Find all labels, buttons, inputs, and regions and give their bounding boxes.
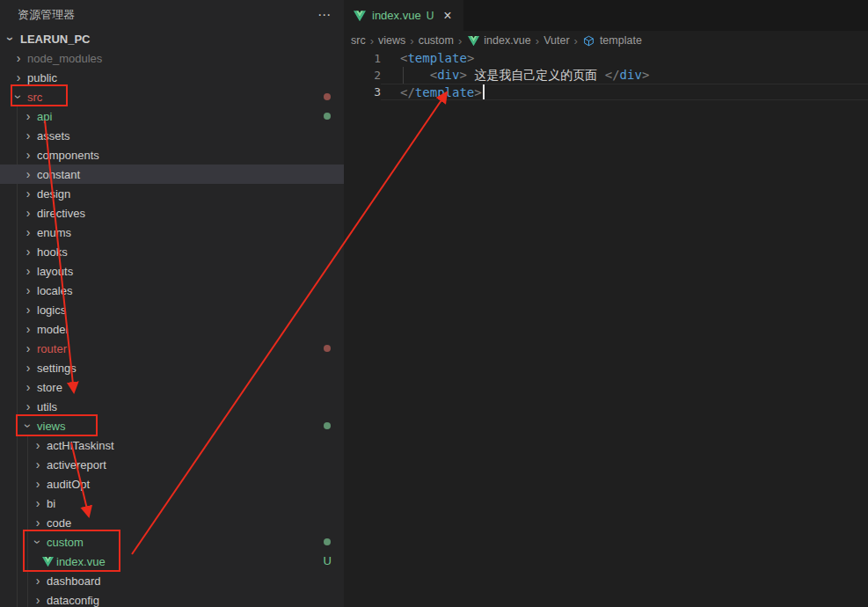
tree-item-label: custom [47,536,84,549]
tree-root-learun-pc[interactable]: › LEARUN_PC [0,29,344,48]
annotation-dot-red [324,345,331,352]
chevron-right-icon[interactable]: › [21,342,35,355]
tree-item-label: utils [37,400,57,413]
tree-item-label: model [37,323,68,336]
breadcrumb-item-views[interactable]: views [378,34,405,47]
tree-item-label: layouts [37,265,73,278]
chevron-down-icon[interactable]: › [22,419,34,433]
chevron-right-icon[interactable]: › [31,594,45,606]
tree-item-label: index.vue [56,555,106,568]
tree-item-public[interactable]: ›public [0,68,344,87]
tree-item-directives[interactable]: ›directives [0,203,344,223]
tree-item-locales[interactable]: ›locales [0,281,344,300]
chevron-right-icon[interactable]: › [21,187,35,200]
tree-item-hooks[interactable]: ›hooks [0,242,344,261]
chevron-right-icon[interactable]: › [21,149,35,161]
tree-item-activereport[interactable]: ›activereport [0,455,344,474]
tree-item-src[interactable]: ›src [0,87,344,106]
tree-item-views[interactable]: ›views [0,416,344,435]
tree-item-enums[interactable]: ›enums [0,223,344,242]
chevron-down-icon[interactable]: › [32,535,44,549]
code-token: > [459,68,466,82]
tree-item-layouts[interactable]: ›layouts [0,261,344,281]
chevron-right-icon[interactable]: › [31,478,45,490]
chevron-down-icon[interactable]: › [12,90,25,104]
code-token: </ [605,68,620,82]
tree-item-dataconfig[interactable]: ›dataconfig [0,590,344,607]
tree-item-label: store [37,381,62,394]
chevron-right-icon[interactable]: › [21,226,35,238]
line-number: 1 [344,50,381,67]
tree-item-settings[interactable]: ›settings [0,358,344,377]
tree-item-bi[interactable]: ›bi [0,494,344,513]
tree-item-constant[interactable]: ›constant [0,165,344,184]
more-actions-icon[interactable]: ⋯ [317,8,332,21]
tree-item-assets[interactable]: ›assets [0,126,344,145]
chevron-right-icon[interactable]: › [21,265,35,277]
breadcrumb-item-vuter[interactable]: Vuter [543,34,569,47]
tree-item-design[interactable]: ›design [0,184,344,203]
tree-item-api[interactable]: ›api [0,106,344,126]
close-icon[interactable]: × [441,9,454,23]
tab-index-vue[interactable]: index.vue U × [344,0,463,31]
tree-item-components[interactable]: ›components [0,145,344,165]
breadcrumb-item-custom[interactable]: custom [419,34,454,47]
chevron-right-icon[interactable]: › [21,129,35,142]
chevron-right-icon[interactable]: › [31,574,45,587]
tree-item-utils[interactable]: ›utils [0,397,344,416]
chevron-right-icon[interactable]: › [21,381,35,393]
code-token: > [467,51,474,65]
chevron-right-icon[interactable]: › [11,71,26,84]
tree-item-label: settings [37,362,77,375]
chevron-right-icon[interactable]: › [21,110,35,122]
chevron-right-icon[interactable]: › [21,168,35,180]
file-tree: ›node_modules›public›src›api›assets›comp… [0,48,344,607]
chevron-right-icon[interactable]: › [21,362,35,374]
code-token: div [437,68,459,82]
tree-item-label: code [47,516,71,530]
chevron-right-icon[interactable]: › [21,245,35,258]
chevron-right-icon[interactable]: › [31,497,45,509]
tree-item-custom[interactable]: ›custom [0,532,344,552]
tree-item-index-vue[interactable]: index.vueU [0,552,344,571]
tree-item-label: src [27,91,42,104]
code-token: < [430,68,437,82]
chevron-right-icon[interactable]: › [11,52,26,64]
code-line-3[interactable]: 3</template> [344,84,868,100]
code-line-2[interactable]: 2 <div> 这是我自己定义的页面 </div> [344,67,868,84]
code-line-content: <div> 这是我自己定义的页面 </div> [381,67,868,84]
tree-item-dashboard[interactable]: ›dashboard [0,571,344,590]
chevron-right-icon[interactable]: › [21,400,35,413]
tree-item-acthitaskinst[interactable]: ›actHiTaskinst [0,435,344,455]
breadcrumb-item-index-vue[interactable]: index.vue [466,34,531,47]
chevron-right-icon[interactable]: › [21,284,35,296]
annotation-dot-red [324,93,331,100]
vue-icon [353,11,367,21]
breadcrumb-item-template[interactable]: template [582,34,642,47]
vue-icon [466,36,480,46]
chevron-right-icon[interactable]: › [21,207,35,219]
tree-item-label: node_modules [27,52,102,65]
tree-item-node-modules[interactable]: ›node_modules [0,48,344,68]
chevron-right-icon[interactable]: › [21,323,35,335]
tab-git-status-badge: U [427,10,434,22]
code-line-content: <template> [381,50,868,67]
breadcrumb-separator: › [536,34,539,48]
tree-item-auditopt[interactable]: ›auditOpt [0,474,344,494]
tree-item-logics[interactable]: ›logics [0,300,344,319]
code-line-1[interactable]: 1<template> [344,50,868,67]
code-token [400,68,430,82]
tree-item-store[interactable]: ›store [0,377,344,397]
breadcrumb-item-src[interactable]: src [351,34,366,47]
annotation-dot-green [324,538,331,545]
tree-item-label: assets [37,129,70,143]
tree-item-code[interactable]: ›code [0,513,344,532]
chevron-right-icon[interactable]: › [31,516,45,529]
chevron-right-icon[interactable]: › [21,304,35,316]
explorer-title: 资源管理器 [18,7,75,23]
tree-item-router[interactable]: ›router [0,339,344,358]
code-area[interactable]: 1<template>2 <div> 这是我自己定义的页面 </div>3</t… [344,50,868,100]
chevron-right-icon[interactable]: › [31,458,45,471]
tree-item-model[interactable]: ›model [0,319,344,339]
chevron-right-icon[interactable]: › [31,439,45,451]
